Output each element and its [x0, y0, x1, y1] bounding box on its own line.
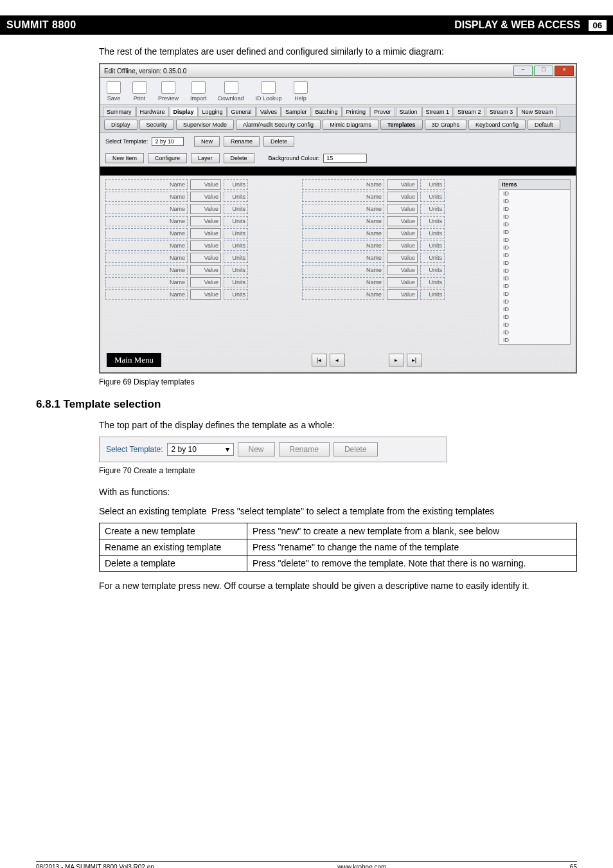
configure-button[interactable]: Configure: [148, 153, 187, 163]
toolbar-help[interactable]: Help: [294, 81, 308, 102]
max-button[interactable]: □: [534, 66, 553, 76]
name-cell[interactable]: Name: [302, 253, 384, 263]
units-cell[interactable]: Units: [420, 216, 445, 226]
item-id[interactable]: ID: [499, 298, 570, 305]
units-cell[interactable]: Units: [420, 253, 445, 263]
name-cell[interactable]: Name: [302, 204, 384, 214]
name-cell[interactable]: Name: [105, 204, 188, 214]
units-cell[interactable]: Units: [420, 179, 445, 190]
units-cell[interactable]: Units: [420, 289, 445, 300]
name-cell[interactable]: Name: [302, 265, 384, 275]
tab-new-stream[interactable]: New Stream: [517, 107, 557, 116]
tab-stream-3[interactable]: Stream 3: [486, 107, 517, 116]
units-cell[interactable]: Units: [420, 204, 445, 214]
toolbar-print[interactable]: Print: [132, 81, 147, 102]
item-id[interactable]: ID: [499, 290, 570, 298]
units-cell[interactable]: Units: [420, 228, 445, 239]
item-id[interactable]: ID: [499, 244, 570, 251]
name-cell[interactable]: Name: [302, 228, 384, 239]
item-id[interactable]: ID: [499, 205, 570, 213]
close-button[interactable]: ×: [555, 66, 574, 76]
template-select[interactable]: 2 by 10: [152, 137, 184, 146]
units-cell[interactable]: Units: [224, 179, 248, 190]
nav-first-icon[interactable]: |◂: [312, 354, 327, 366]
units-cell[interactable]: Units: [224, 253, 248, 263]
name-cell[interactable]: Name: [105, 240, 188, 251]
new-button[interactable]: New: [194, 136, 220, 147]
toolbar-preview[interactable]: Preview: [158, 81, 179, 102]
item-id[interactable]: ID: [499, 221, 570, 228]
delete-button[interactable]: Delete: [263, 136, 294, 147]
name-cell[interactable]: Name: [302, 240, 384, 251]
subbtn-templates[interactable]: Templates: [380, 120, 423, 130]
name-cell[interactable]: Name: [105, 289, 188, 300]
units-cell[interactable]: Units: [224, 192, 248, 202]
units-cell[interactable]: Units: [224, 216, 248, 226]
units-cell[interactable]: Units: [420, 277, 445, 287]
units-cell[interactable]: Units: [224, 240, 248, 251]
name-cell[interactable]: Name: [302, 216, 384, 226]
name-cell[interactable]: Name: [105, 253, 188, 263]
toolbar-id-lookup[interactable]: ID Lookup: [256, 81, 282, 102]
mini-new-button[interactable]: New: [238, 442, 275, 457]
tab-prover[interactable]: Prover: [370, 107, 395, 116]
tab-sampler[interactable]: Sampler: [281, 107, 311, 116]
item-id[interactable]: ID: [499, 236, 570, 244]
subbtn-display[interactable]: Display: [104, 120, 138, 130]
item-id[interactable]: ID: [499, 190, 570, 197]
units-cell[interactable]: Units: [420, 265, 445, 275]
item-id[interactable]: ID: [499, 305, 570, 313]
nav-last-icon[interactable]: ▸|: [407, 354, 422, 366]
item-id[interactable]: ID: [499, 336, 570, 344]
name-cell[interactable]: Name: [302, 289, 384, 300]
units-cell[interactable]: Units: [224, 289, 248, 300]
mini-rename-button[interactable]: Rename: [279, 442, 330, 457]
tab-hardware[interactable]: Hardware: [136, 107, 169, 116]
subbtn-default[interactable]: Default: [528, 120, 560, 130]
mini-delete-button[interactable]: Delete: [333, 442, 378, 457]
nav-next-icon[interactable]: ▸: [389, 354, 404, 366]
tab-printing[interactable]: Printing: [342, 107, 370, 116]
name-cell[interactable]: Name: [105, 277, 188, 287]
units-cell[interactable]: Units: [224, 277, 248, 287]
name-cell[interactable]: Name: [105, 265, 188, 275]
toolbar-download[interactable]: Download: [218, 81, 244, 102]
tab-valves[interactable]: Valves: [256, 107, 281, 116]
name-cell[interactable]: Name: [302, 192, 384, 202]
nav-prev-icon[interactable]: ◂: [330, 354, 345, 366]
tab-logging[interactable]: Logging: [199, 107, 227, 116]
toolbar-import[interactable]: Import: [190, 81, 207, 102]
units-cell[interactable]: Units: [420, 192, 445, 202]
bg-colour-field[interactable]: 15: [323, 154, 367, 163]
units-cell[interactable]: Units: [224, 204, 248, 214]
subbtn-alarm-audit-security-config[interactable]: Alarm/Audit Security Config: [236, 120, 321, 130]
item-id[interactable]: ID: [499, 251, 570, 259]
tab-batching[interactable]: Batching: [312, 107, 342, 116]
item-id[interactable]: ID: [499, 282, 570, 290]
item-id[interactable]: ID: [499, 267, 570, 275]
subbtn-mimic-diagrams[interactable]: Mimic Diagrams: [323, 120, 378, 130]
name-cell[interactable]: Name: [105, 192, 188, 202]
subbtn-security[interactable]: Security: [139, 120, 175, 130]
item-id[interactable]: ID: [499, 228, 570, 236]
toolbar-save[interactable]: Save: [107, 81, 121, 102]
units-cell[interactable]: Units: [224, 228, 248, 239]
units-cell[interactable]: Units: [224, 265, 248, 275]
tab-station[interactable]: Station: [396, 107, 422, 116]
name-cell[interactable]: Name: [105, 228, 188, 239]
tab-display[interactable]: Display: [170, 107, 198, 116]
item-id[interactable]: ID: [499, 275, 570, 282]
item-id[interactable]: ID: [499, 321, 570, 329]
min-button[interactable]: –: [513, 66, 533, 76]
mini-select[interactable]: 2 by 10▾: [167, 443, 234, 456]
subbtn-supervisor-mode[interactable]: Supervisor Mode: [176, 120, 234, 130]
name-cell[interactable]: Name: [302, 277, 384, 287]
name-cell[interactable]: Name: [105, 179, 188, 190]
subbtn-3d-graphs[interactable]: 3D Graphs: [425, 120, 467, 130]
units-cell[interactable]: Units: [420, 240, 445, 251]
layer-button[interactable]: Layer: [191, 153, 220, 163]
item-id[interactable]: ID: [499, 213, 570, 221]
rename-button[interactable]: Rename: [224, 136, 260, 147]
new-item-button[interactable]: New Item: [105, 153, 144, 163]
subbtn-keyboard-config[interactable]: Keyboard Config: [468, 120, 526, 130]
